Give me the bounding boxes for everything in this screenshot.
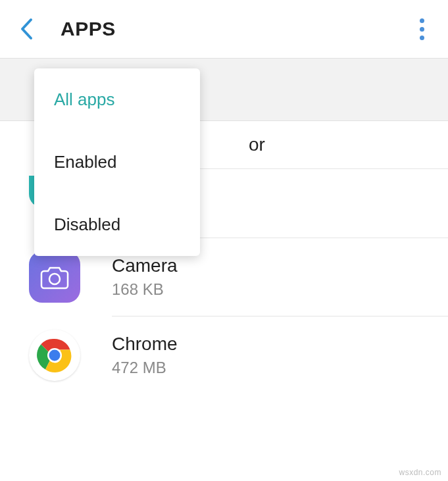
camera-icon <box>29 251 80 303</box>
app-header: APPS <box>0 0 448 58</box>
filter-popup-menu: All apps Enabled Disabled <box>34 68 200 256</box>
app-size: 168 KB <box>112 280 178 299</box>
back-button[interactable] <box>11 13 42 45</box>
list-item[interactable]: Chrome 472 MB <box>0 316 448 394</box>
app-name: Chrome <box>112 334 178 355</box>
popup-item-label: Disabled <box>54 215 120 235</box>
svg-point-0 <box>49 274 60 284</box>
chrome-icon <box>29 330 80 381</box>
app-size: 472 MB <box>112 359 178 377</box>
chevron-left-icon <box>19 18 34 40</box>
app-name: Camera <box>112 255 178 276</box>
filter-option-enabled[interactable]: Enabled <box>34 131 200 193</box>
popup-item-label: All apps <box>54 89 115 110</box>
page-title: APPS <box>61 18 116 40</box>
more-vert-icon <box>420 18 424 40</box>
filter-option-disabled[interactable]: Disabled <box>34 193 200 256</box>
watermark: wsxdn.com <box>399 468 441 477</box>
overflow-menu-button[interactable] <box>406 13 437 45</box>
app-name-fragment: or <box>249 134 265 155</box>
svg-point-3 <box>49 350 61 361</box>
filter-option-all-apps[interactable]: All apps <box>34 68 200 131</box>
popup-item-label: Enabled <box>54 152 116 172</box>
